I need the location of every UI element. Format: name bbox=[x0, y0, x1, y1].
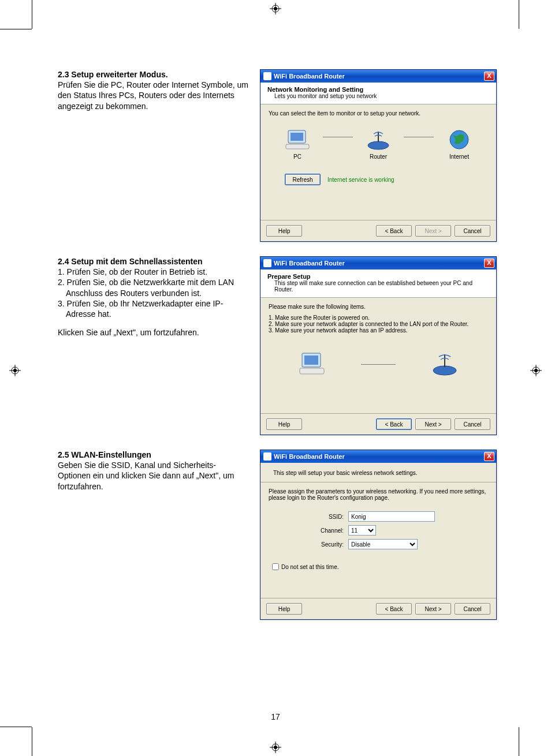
dialog-header-title: Network Monitoring and Setting bbox=[267, 86, 490, 93]
connection-line bbox=[361, 364, 396, 365]
section-2-4-item1: 1. Prüfen Sie, ob der Router in Betrieb … bbox=[58, 267, 248, 277]
section-2-5-text: Geben Sie die SSID, Kanal und Sicherheit… bbox=[58, 460, 248, 492]
app-icon bbox=[263, 72, 271, 80]
cancel-button[interactable]: Cancel bbox=[455, 418, 490, 430]
svg-rect-25 bbox=[300, 368, 324, 374]
crop-mark bbox=[0, 727, 32, 727]
registration-mark-icon bbox=[270, 742, 281, 753]
refresh-button[interactable]: Refresh bbox=[285, 174, 321, 185]
dialog-header-title: Prepare Setup bbox=[267, 273, 490, 280]
connection-line bbox=[323, 137, 353, 137]
cancel-button[interactable]: Cancel bbox=[455, 603, 490, 615]
internet-label: Internet bbox=[436, 154, 482, 160]
crop-mark bbox=[32, 0, 32, 29]
help-button[interactable]: Help bbox=[266, 225, 302, 237]
channel-label: Channel: bbox=[303, 527, 344, 534]
crop-mark bbox=[519, 727, 519, 756]
section-2-4-item2: 2. Prüfen Sie, ob die Netzwerkkarte mit … bbox=[58, 277, 248, 298]
app-icon bbox=[263, 259, 271, 267]
svg-rect-17 bbox=[291, 133, 303, 141]
svg-point-26 bbox=[433, 366, 456, 375]
titlebar: WiFi Broadband Router X bbox=[260, 70, 496, 83]
next-button[interactable]: Next > bbox=[415, 418, 451, 430]
dialog-header-subtitle: Lets you monitor and setup you network bbox=[267, 93, 490, 99]
window-title: WiFi Broadband Router bbox=[274, 260, 484, 267]
svg-point-15 bbox=[534, 369, 538, 372]
crop-mark bbox=[32, 727, 32, 756]
titlebar: WiFi Broadband Router X bbox=[260, 257, 496, 270]
titlebar: WiFi Broadband Router X bbox=[260, 450, 496, 463]
instruction-text: You can select the item to monitor or to… bbox=[269, 110, 488, 117]
registration-mark-icon bbox=[9, 365, 21, 376]
dialog-wireless-settings: WiFi Broadband Router X This step will s… bbox=[260, 450, 497, 620]
svg-point-3 bbox=[274, 7, 277, 10]
router-label: Router bbox=[355, 154, 401, 160]
next-button[interactable]: Next > bbox=[415, 603, 451, 615]
section-2-4-footer: Klicken Sie auf „Next", um fortzufahren. bbox=[58, 327, 248, 338]
window-title: WiFi Broadband Router bbox=[274, 453, 484, 460]
close-button[interactable]: X bbox=[484, 72, 494, 81]
intro-text: Please make sure the following items. bbox=[269, 304, 488, 310]
instruction-text: Please assign the parameters to your wir… bbox=[269, 488, 488, 501]
ssid-input[interactable] bbox=[348, 511, 435, 522]
security-select[interactable]: Disable bbox=[348, 539, 418, 549]
connection-line bbox=[404, 137, 434, 137]
pc-icon bbox=[285, 128, 310, 151]
registration-mark-icon bbox=[270, 3, 281, 14]
crop-mark bbox=[519, 0, 519, 29]
app-icon bbox=[263, 452, 271, 461]
pc-icon-item[interactable]: PC bbox=[274, 128, 321, 160]
section-2-3-text: Prüfen Sie die PC, Router oder Internet … bbox=[58, 80, 248, 111]
back-button[interactable]: < Back bbox=[376, 225, 412, 237]
security-label: Security: bbox=[303, 541, 344, 548]
skip-checkbox[interactable] bbox=[272, 563, 279, 570]
pc-label: PC bbox=[274, 154, 321, 160]
svg-point-11 bbox=[13, 369, 17, 372]
dialog-header-subtitle: This step will make sure connection can … bbox=[267, 280, 490, 293]
prep-line-1: 1. Make sure the Router is powered on. bbox=[269, 315, 488, 321]
cancel-button[interactable]: Cancel bbox=[455, 225, 490, 237]
svg-rect-18 bbox=[286, 144, 309, 149]
svg-rect-24 bbox=[304, 355, 318, 365]
section-2-4-item3: 3. Prüfen Sie, ob Ihr Netzwerkadapter ei… bbox=[58, 298, 248, 319]
help-button[interactable]: Help bbox=[266, 418, 302, 430]
window-title: WiFi Broadband Router bbox=[274, 73, 484, 80]
prep-line-2: 2. Make sure your network adapter is con… bbox=[269, 321, 488, 327]
registration-mark-icon bbox=[530, 365, 542, 376]
router-icon bbox=[430, 351, 459, 377]
svg-point-7 bbox=[274, 746, 277, 749]
section-2-3-heading: 2.3 Setup erweiterter Modus. bbox=[58, 69, 248, 80]
page-number: 17 bbox=[0, 712, 551, 721]
back-button[interactable]: < Back bbox=[376, 418, 412, 430]
back-button[interactable]: < Back bbox=[376, 603, 412, 615]
next-button[interactable]: Next > bbox=[415, 225, 451, 237]
close-button[interactable]: X bbox=[484, 259, 494, 268]
help-button[interactable]: Help bbox=[266, 603, 302, 615]
dialog-header-subtitle: This step will setup your basic wireless… bbox=[273, 470, 489, 476]
svg-point-19 bbox=[368, 141, 389, 149]
dialog-prepare-setup: WiFi Broadband Router X Prepare Setup Th… bbox=[260, 256, 497, 435]
pc-icon bbox=[297, 351, 326, 377]
globe-icon bbox=[446, 128, 472, 151]
ssid-label: SSID: bbox=[303, 514, 344, 520]
section-2-5-heading: 2.5 WLAN-Einstellungen bbox=[58, 450, 248, 460]
router-icon bbox=[366, 128, 391, 151]
close-button[interactable]: X bbox=[484, 452, 494, 461]
prep-line-3: 3. Make sure your network adapter has an… bbox=[269, 327, 488, 334]
internet-icon-item[interactable]: Internet bbox=[436, 128, 482, 160]
router-icon-item[interactable]: Router bbox=[355, 128, 401, 160]
channel-select[interactable]: 11 bbox=[348, 525, 376, 536]
dialog-network-monitoring: WiFi Broadband Router X Network Monitori… bbox=[260, 69, 497, 242]
skip-checkbox-label: Do not set at this time. bbox=[281, 564, 339, 570]
section-2-4-heading: 2.4 Setup mit dem Schnellassistenten bbox=[58, 256, 248, 267]
crop-mark bbox=[0, 29, 32, 29]
status-text: Internet service is working bbox=[327, 177, 394, 183]
